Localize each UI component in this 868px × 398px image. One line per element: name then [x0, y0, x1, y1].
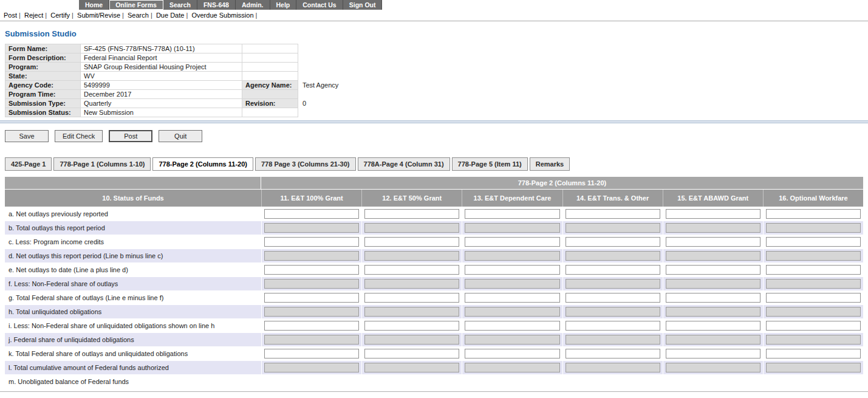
grid-input-c-col11[interactable] — [264, 237, 359, 247]
menu-link-overdue-submission[interactable]: Overdue Submission — [191, 12, 253, 19]
grid-input-i-col14[interactable] — [566, 321, 660, 331]
grid-cell-h-col16 — [763, 305, 863, 318]
grid-input-e-col15[interactable] — [666, 265, 760, 275]
grid-input-f-col13 — [465, 279, 559, 289]
grid-input-e-col14[interactable] — [566, 265, 660, 275]
grid-input-e-col11[interactable] — [264, 265, 359, 275]
grid-cell-b-col13 — [462, 221, 562, 235]
grid-input-a-col15[interactable] — [666, 209, 760, 219]
grid-input-d-col13 — [465, 251, 559, 261]
menu-link-submit-revise[interactable]: Submit/Revise — [77, 12, 120, 19]
post-button[interactable]: Post — [109, 130, 152, 142]
edit-check-button[interactable]: Edit Check — [55, 130, 103, 142]
row-label-m: m. Unobligated balance of Federal funds — [5, 378, 261, 385]
grid-cell-e-col13 — [462, 263, 562, 276]
tab-778-page-3-columns-21-30[interactable]: 778 Page 3 (Columns 21-30) — [255, 157, 356, 171]
nav-item-sign-out[interactable]: Sign Out — [343, 0, 383, 10]
grid-input-a-col11[interactable] — [264, 209, 359, 219]
grid-input-k-col13[interactable] — [465, 349, 559, 359]
grid-input-g-col16[interactable] — [766, 293, 861, 303]
grid-input-c-col14[interactable] — [566, 237, 660, 247]
grid-input-c-col15[interactable] — [666, 237, 760, 247]
grid-input-i-col12[interactable] — [364, 321, 459, 331]
grid-cell-h-col15 — [663, 305, 763, 318]
grid-input-d-col16 — [766, 251, 861, 261]
grid-input-k-col11[interactable] — [264, 349, 359, 359]
menu-link-certify[interactable]: Certify — [50, 12, 70, 19]
grid-cell-l-col14 — [562, 361, 663, 374]
grid-input-d-col14 — [566, 251, 660, 261]
tab-778-page-1-columns-1-10[interactable]: 778-Page 1 (Columns 1-10) — [53, 157, 151, 171]
grid-input-i-col13[interactable] — [465, 321, 559, 331]
tab-425-page-1[interactable]: 425-Page 1 — [5, 157, 52, 171]
menu-separator: | — [70, 12, 77, 19]
form-info-row: Program:SNAP Group Residential Housing P… — [5, 63, 863, 72]
grid-cell-j-col16 — [763, 333, 863, 346]
tab-778-page-2-columns-11-20[interactable]: 778-Page 2 (Columns 11-20) — [152, 157, 253, 171]
form-info-row: Agency Code:5499999Agency Name:Test Agen… — [5, 81, 863, 90]
grid-input-g-col13[interactable] — [465, 293, 559, 303]
grid-input-k-col14[interactable] — [566, 349, 660, 359]
menu-link-due-date[interactable]: Due Date — [156, 12, 184, 19]
column-header-12-e-t-50-grant: 12. E&T 50% Grant — [361, 190, 462, 207]
grid-input-i-col16[interactable] — [766, 321, 861, 331]
grid-input-k-col16[interactable] — [766, 349, 861, 359]
tab-778a-page-4-column-31[interactable]: 778A-Page 4 (Column 31) — [358, 157, 450, 171]
section-divider — [0, 120, 868, 123]
grid-input-a-col16[interactable] — [766, 209, 861, 219]
grid-input-i-col15[interactable] — [666, 321, 760, 331]
grid-cell-b-col16 — [763, 221, 863, 235]
grid-input-g-col14[interactable] — [566, 293, 660, 303]
form-field-label-revision: Revision: — [242, 99, 298, 108]
grid-input-g-col15[interactable] — [666, 293, 760, 303]
grid-cell-h-col13 — [462, 305, 562, 318]
menu-link-search[interactable]: Search — [128, 12, 149, 19]
grid-input-j-col11 — [264, 335, 359, 345]
nav-item-fns-648[interactable]: FNS-648 — [197, 0, 236, 10]
grid-input-c-col13[interactable] — [465, 237, 559, 247]
form-info-row: Form Description:Federal Financial Repor… — [5, 53, 863, 63]
grid-group-header: 778-Page 2 (Columns 11-20) — [5, 177, 863, 189]
grid-input-c-col12[interactable] — [364, 237, 459, 247]
grid-input-c-col16[interactable] — [766, 237, 861, 247]
form-field-label-spacer — [242, 53, 298, 63]
form-info-row: Submission Status:New Submission — [5, 108, 863, 117]
nav-item-contact-us[interactable]: Contact Us — [296, 0, 343, 10]
grid-input-a-col14[interactable] — [566, 209, 660, 219]
tab-remarks[interactable]: Remarks — [530, 157, 570, 171]
grid-cell-g-col12 — [361, 291, 462, 304]
grid-input-g-col12[interactable] — [364, 293, 459, 303]
menu-link-reject[interactable]: Reject — [24, 12, 43, 19]
grid-input-e-col16[interactable] — [766, 265, 861, 275]
grid-input-b-col14 — [566, 223, 660, 233]
grid-input-a-col13[interactable] — [465, 209, 559, 219]
grid-input-b-col11 — [264, 223, 359, 233]
quit-button[interactable]: Quit — [159, 130, 202, 142]
grid-input-i-col11[interactable] — [264, 321, 359, 331]
save-button[interactable]: Save — [5, 130, 49, 142]
row-label-c: c. Less: Program income credits — [5, 238, 261, 245]
grid-input-g-col11[interactable] — [264, 293, 359, 303]
grid-input-k-col15[interactable] — [666, 349, 760, 359]
form-field-label-form-name: Form Name: — [5, 44, 81, 53]
row-label-e: e. Net outlays to date (Line a plus line… — [5, 266, 261, 273]
grid-cell-c-col13 — [462, 235, 562, 249]
grid-input-e-col12[interactable] — [364, 265, 459, 275]
nav-item-online-forms[interactable]: Online Forms — [109, 0, 163, 10]
grid-cell-a-col13 — [462, 207, 562, 221]
grid-cell-g-col13 — [462, 291, 562, 304]
grid-column-headers: 10. Status of Funds11. E&T 100% Grant12.… — [5, 190, 863, 207]
grid-input-e-col13[interactable] — [465, 265, 559, 275]
nav-item-home[interactable]: Home — [79, 0, 109, 10]
nav-item-search[interactable]: Search — [163, 0, 197, 10]
nav-item-admin[interactable]: Admin. — [236, 0, 270, 10]
grid-input-j-col14 — [566, 335, 660, 345]
grid-input-k-col12[interactable] — [364, 349, 459, 359]
menu-link-post[interactable]: Post — [4, 12, 17, 19]
grid-input-a-col12[interactable] — [364, 209, 459, 219]
nav-item-help[interactable]: Help — [270, 0, 297, 10]
grid-cell-i-col16 — [763, 319, 863, 332]
grid-cell-a-col16 — [763, 207, 863, 221]
grid-cell-l-col13 — [462, 361, 562, 374]
tab-778-page-5-item-11[interactable]: 778-Page 5 (Item 11) — [452, 157, 528, 171]
